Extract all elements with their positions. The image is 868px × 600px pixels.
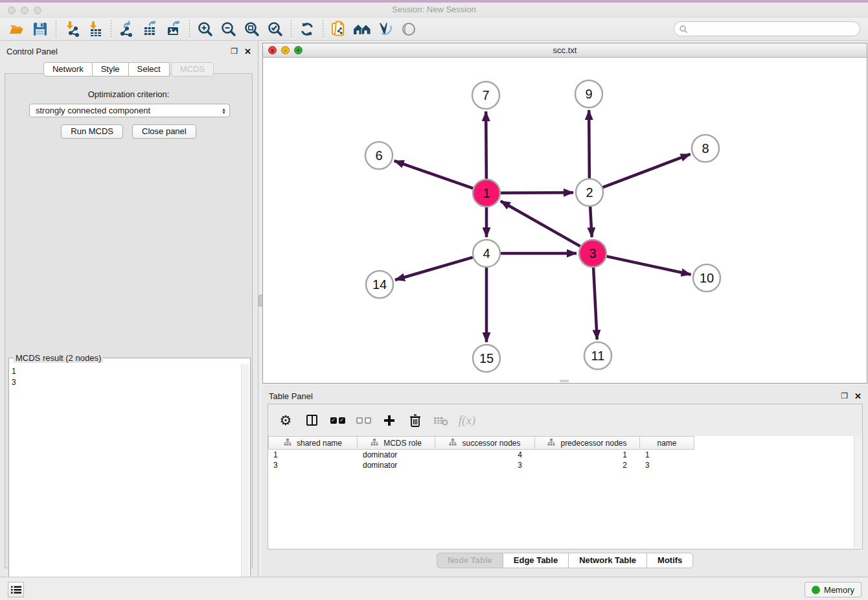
table-options-button[interactable]: ⚙ — [277, 412, 294, 429]
show-hide-panel-button[interactable] — [397, 19, 420, 40]
tab-network-table[interactable]: Network Table — [568, 553, 647, 568]
dropdown-stepper-icon: ▲▼ — [222, 108, 226, 114]
table-cell[interactable]: 3 — [435, 460, 535, 470]
zoom-fit-button[interactable] — [240, 19, 264, 40]
graph-edge-4-14[interactable] — [395, 257, 473, 280]
graph-edge-3-10[interactable] — [607, 257, 691, 275]
export-image-button[interactable] — [162, 19, 185, 40]
table-cell[interactable]: 1 — [268, 450, 358, 460]
graph-node-2[interactable]: 2 — [576, 179, 603, 206]
table-row[interactable]: 3dominator323 — [268, 460, 853, 470]
close-panel-button[interactable]: Close panel — [132, 124, 196, 139]
tab-select[interactable]: Select — [128, 62, 170, 76]
app-titlebar: Session: New Session — [0, 0, 868, 17]
import-table-button[interactable] — [84, 19, 107, 40]
mcds-result-area[interactable]: 1 3 — [8, 358, 251, 600]
graph-node-14[interactable]: 14 — [366, 271, 393, 298]
graph-edge-2-9[interactable] — [589, 110, 589, 178]
open-browser-button[interactable] — [350, 19, 374, 40]
column-header-predecessor-nodes[interactable]: predecessor nodes — [535, 436, 640, 450]
tab-edge-table[interactable]: Edge Table — [503, 553, 569, 568]
search-field[interactable] — [674, 21, 860, 36]
create-column-button[interactable] — [381, 412, 398, 429]
criterion-dropdown[interactable]: strongly connected component ▲▼ — [29, 104, 230, 117]
mcds-result-text: 1 3 — [12, 366, 240, 597]
columns-icon — [306, 415, 317, 426]
open-session-button[interactable] — [5, 19, 29, 40]
table-cell[interactable]: 4 — [435, 450, 535, 460]
export-network-button[interactable] — [115, 19, 139, 40]
task-history-button[interactable] — [8, 582, 24, 597]
tab-node-table[interactable]: Node Table — [437, 553, 503, 568]
graph-edge-2-3[interactable] — [590, 207, 592, 237]
tab-style[interactable]: Style — [92, 62, 129, 76]
float-panel-icon[interactable]: ❐ — [231, 47, 238, 56]
graph-node-7[interactable]: 7 — [472, 82, 499, 109]
table-row[interactable]: 1dominator411 — [268, 450, 853, 460]
refresh-layout-button[interactable] — [295, 19, 319, 40]
delete-table-icon — [433, 415, 449, 426]
graph-node-8[interactable]: 8 — [692, 135, 719, 162]
close-panel-icon[interactable]: ✕ — [244, 47, 251, 56]
export-table-button[interactable] — [139, 19, 162, 40]
table-cell[interactable]: 3 — [640, 460, 694, 470]
select-all-button[interactable]: ✓ ✓ — [329, 412, 346, 429]
run-mcds-button[interactable]: Run MCDS — [61, 124, 123, 139]
column-header-successor-nodes[interactable]: successor nodes — [435, 436, 535, 450]
graph-node-9[interactable]: 9 — [575, 80, 602, 108]
graph-node-10[interactable]: 10 — [693, 264, 720, 292]
graph-edge-3-1[interactable] — [501, 201, 580, 246]
tab-network[interactable]: Network — [43, 62, 93, 76]
graph-edge-2-8[interactable] — [603, 154, 691, 187]
result-scrollbar[interactable] — [241, 364, 249, 599]
svg-text:3: 3 — [589, 246, 596, 260]
show-columns-button[interactable] — [303, 412, 320, 429]
graph-edge-3-11[interactable] — [593, 268, 597, 340]
graph-node-11[interactable]: 11 — [584, 342, 611, 369]
canvas-resize-grip[interactable] — [560, 380, 569, 382]
delete-columns-button[interactable] — [407, 412, 424, 429]
column-header-name[interactable]: name — [640, 436, 694, 450]
table-cell[interactable]: 3 — [268, 460, 358, 470]
save-session-button[interactable] — [29, 19, 52, 40]
zoom-fit-icon — [244, 21, 260, 38]
table-cell[interactable]: dominator — [358, 460, 435, 470]
graph-node-15[interactable]: 15 — [473, 345, 500, 372]
graph-edge-1-6[interactable] — [394, 161, 474, 188]
graph-node-6[interactable]: 6 — [365, 142, 393, 169]
graph-edge-1-7[interactable] — [486, 111, 486, 179]
column-header-shared-name[interactable]: shared name — [268, 436, 358, 450]
tab-motifs[interactable]: Motifs — [646, 553, 693, 568]
graph-edge-1-2[interactable] — [501, 192, 573, 193]
list-icon — [11, 586, 21, 594]
column-header-mcds-role[interactable]: MCDS role — [358, 436, 435, 450]
network-frame-title: scc.txt — [263, 45, 867, 55]
close-table-panel-icon[interactable]: ✕ — [854, 391, 862, 401]
table-cell[interactable]: 1 — [535, 450, 640, 460]
clone-network-button[interactable] — [327, 19, 350, 40]
zoom-out-icon — [220, 21, 237, 38]
graph-node-3[interactable]: 3 — [579, 240, 606, 267]
table-cell[interactable]: 1 — [640, 450, 694, 460]
import-network-icon — [63, 21, 80, 38]
svg-text:10: 10 — [700, 271, 714, 285]
graph-node-4[interactable]: 4 — [473, 240, 500, 267]
network-frame-titlebar[interactable]: x - + scc.txt — [263, 43, 867, 58]
table-scrollbar[interactable] — [854, 436, 862, 548]
window-title: Session: New Session — [0, 5, 868, 14]
zoom-in-button[interactable] — [194, 19, 217, 40]
search-input[interactable] — [688, 24, 860, 34]
unselect-all-button[interactable] — [355, 412, 372, 429]
table-container: ⚙ ✓ ✓ — [268, 404, 863, 549]
zoom-selected-button[interactable] — [264, 19, 287, 40]
table-cell[interactable]: 2 — [535, 460, 640, 470]
tab-mcds[interactable]: MCDS — [171, 62, 214, 76]
vizmapper-button[interactable] — [374, 19, 397, 40]
import-network-button[interactable] — [60, 19, 84, 40]
float-table-panel-icon[interactable]: ❐ — [841, 391, 848, 400]
table-cell[interactable]: dominator — [358, 450, 435, 460]
network-canvas[interactable]: 1234678910111415 — [263, 58, 867, 383]
graph-node-1[interactable]: 1 — [473, 179, 500, 207]
memory-button[interactable]: Memory — [805, 582, 862, 597]
zoom-out-button[interactable] — [217, 19, 240, 40]
